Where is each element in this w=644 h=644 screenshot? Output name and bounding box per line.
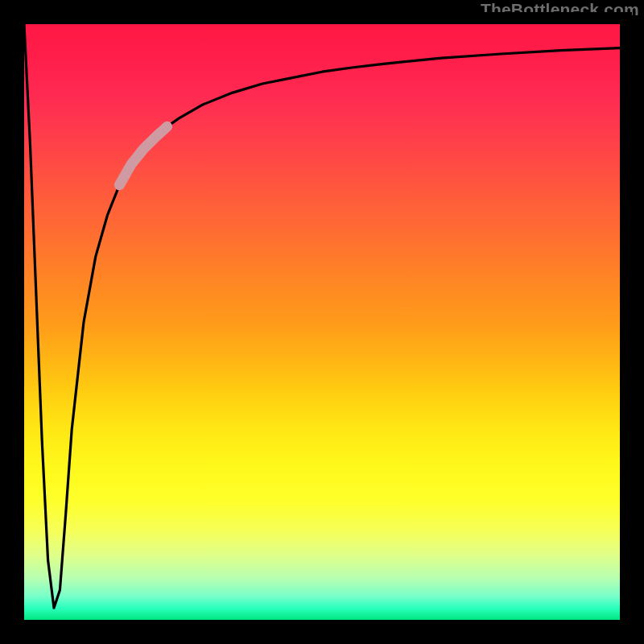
plot-frame [12, 12, 632, 632]
highlight-band [119, 126, 167, 185]
bottleneck-curve-svg [24, 24, 620, 620]
bottleneck-curve [24, 24, 620, 608]
chart-container: TheBottleneck.com [0, 0, 644, 644]
